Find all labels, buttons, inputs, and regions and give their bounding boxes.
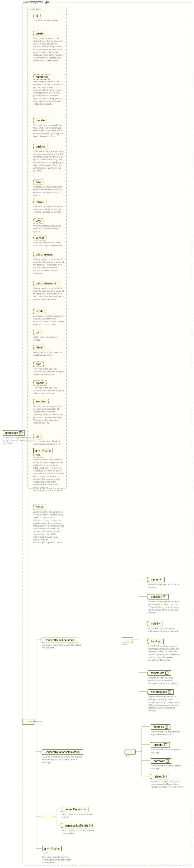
- element-narrower[interactable]: narrowerAn identifier of a more specific…: [151, 758, 185, 770]
- node-annotation: A natural language name for the concept.: [149, 583, 182, 589]
- node-label: note: [151, 622, 156, 625]
- group-annotation: A group of properties required to define…: [42, 644, 84, 649]
- attr-name: howuri: [33, 199, 46, 204]
- node-annotation: Represents the position of a concept in …: [149, 695, 182, 712]
- expand-icon[interactable]: [158, 640, 161, 643]
- any-label: any: [44, 847, 48, 850]
- node-label: broader: [154, 743, 163, 746]
- attr-name: literal: [33, 345, 45, 350]
- element-remoteInfo[interactable]: remoteInfoA link to an item or a web res…: [149, 670, 182, 685]
- node-tab: [61, 823, 63, 828]
- attr-how[interactable]: howIndicates by which means the value wa…: [33, 179, 64, 197]
- node-label: related: [154, 775, 162, 778]
- expand-icon[interactable]: [163, 595, 166, 598]
- node-label: organisationDetails: [65, 824, 88, 827]
- rel-sequence-compositor: [125, 749, 136, 755]
- group-label: ConceptRelationshipsGroup: [45, 750, 79, 754]
- node-tab: [61, 807, 63, 811]
- attr-roleuri[interactable]: roleuriA refinement of the semantics of …: [33, 504, 64, 544]
- expand-icon[interactable]: [164, 743, 167, 746]
- group-body: ConceptDefinitionGroup: [42, 638, 78, 643]
- group-concept-relationships[interactable]: ConceptRelationshipsGroup A group of pro…: [42, 749, 84, 764]
- element-hierarchyInfo[interactable]: hierarchyInfoRepresents the position of …: [149, 689, 182, 712]
- node-label: name: [151, 578, 158, 581]
- attr-modified[interactable]: modifiedThe date (and, optionally, the t…: [33, 118, 64, 138]
- element-personDetails[interactable]: personDetails A set of properties specif…: [62, 806, 96, 818]
- node-body: personDetails: [62, 807, 88, 812]
- element-related[interactable]: relatedA related concept, where the rela…: [151, 774, 185, 788]
- expand-icon[interactable]: [168, 690, 171, 693]
- attr-literal[interactable]: literalA concept identifier expressed as…: [33, 344, 64, 356]
- node-tab: [150, 725, 152, 729]
- expand-icon[interactable]: [165, 672, 168, 675]
- attr-qcode[interactable]: qcodeA concept identifier expressed as a…: [33, 308, 64, 326]
- any-other-label: ##other: [41, 449, 51, 452]
- node-label: remoteInfo: [151, 672, 164, 675]
- extension-range: 0..∞: [44, 851, 48, 854]
- node-label: hierarchyInfo: [151, 690, 167, 693]
- expand-icon[interactable]: [157, 622, 160, 625]
- attr-annotation: A refinement of the semantics of the pro…: [33, 458, 64, 492]
- attr-xml:lang[interactable]: xml:langSpecifies the language of this p…: [33, 399, 64, 425]
- attr-whyuri[interactable]: whyuriWhy the metadata has been included…: [33, 235, 64, 247]
- node-body: remoteInfo: [149, 671, 171, 676]
- element-definition[interactable]: definitionA natural language definition …: [149, 594, 182, 614]
- node-label: personDetails: [65, 808, 82, 811]
- attr-id[interactable]: idThe local identifier of the: [33, 13, 58, 22]
- attr-pubconstraint[interactable]: pubconstraintOne or many constraints tha…: [33, 252, 64, 275]
- node-label: definition: [151, 595, 162, 598]
- node-tab: [150, 743, 152, 747]
- element-sameAs[interactable]: sameAsAn identifier of a concept with eq…: [151, 724, 185, 736]
- attr-name: roleuri: [33, 504, 46, 510]
- expand-icon[interactable]: [165, 725, 168, 728]
- attr-howuri[interactable]: howuriIndicates by which means the value…: [33, 199, 64, 213]
- node-body: hierarchyInfo: [149, 689, 174, 694]
- element-name[interactable]: nameA natural language name for the conc…: [149, 577, 182, 589]
- attr-annotation: A refinement of the semantics of the pro…: [33, 511, 64, 544]
- expand-icon[interactable]: [166, 760, 169, 763]
- expand-icon[interactable]: [83, 808, 86, 811]
- attr-dir[interactable]: dirThe directionality of textual content…: [33, 434, 64, 445]
- extension-any-other: any ##other: [42, 846, 62, 851]
- def-range: 0..∞: [123, 643, 128, 645]
- expand-icon[interactable]: [159, 578, 162, 581]
- expand-icon[interactable]: [90, 824, 93, 827]
- collapse-icon[interactable]: [19, 431, 22, 434]
- node-body: related: [151, 774, 169, 779]
- attr-annotation: Indicates by which means the value was e…: [33, 186, 64, 197]
- attr-name: typeuri: [33, 380, 47, 386]
- attr-name: id: [33, 13, 40, 19]
- attr-custom[interactable]: customIf set to true the corresponding p…: [33, 144, 64, 172]
- node-body: organisationDetails: [62, 823, 95, 828]
- any-label: any: [35, 449, 40, 452]
- attr-type[interactable]: typeThe type of the concept assigned as …: [33, 361, 64, 376]
- node-annotation: An identifier of a more generic concept: [151, 748, 185, 754]
- node-tab: [147, 621, 149, 626]
- type-title: Flex1PartyPropType: [23, 1, 50, 4]
- attr-why[interactable]: whyWhy the metadata has been included - …: [33, 218, 64, 233]
- node-annotation: An identifier of a concept with equivale…: [151, 731, 185, 736]
- attr-annotation: Why the metadata has been included - exp…: [33, 241, 64, 247]
- group-concept-definition[interactable]: ConceptDefinitionGroup A group of proper…: [42, 637, 84, 649]
- element-organisationDetails[interactable]: organisationDetails A set of properties …: [62, 823, 96, 835]
- node-body: facet: [149, 639, 164, 644]
- attr-role[interactable]: roleA refinement of the semantics of the…: [33, 452, 64, 492]
- attributes-label: attributes: [30, 8, 41, 11]
- expand-icon[interactable]: [163, 775, 166, 778]
- attr-pubconstrainturi[interactable]: pubconstrainturiOne or many constraints …: [33, 281, 64, 301]
- attr-name: qcode: [33, 309, 46, 314]
- attr-creator[interactable]: creatorIf the property value is not defi…: [33, 31, 64, 62]
- attr-name: type: [33, 362, 44, 367]
- node-tab: [150, 774, 152, 779]
- node-body: note: [149, 621, 163, 626]
- element-facet[interactable]: facetIn NAR 1.8 and later, facet is depr…: [149, 639, 182, 661]
- element-note[interactable]: noteAdditional natural language informat…: [149, 621, 182, 632]
- element-broader[interactable]: broaderAn identifier of a more generic c…: [151, 742, 185, 754]
- attr-typeuri[interactable]: typeuriThe type of the concept assigned …: [33, 380, 64, 395]
- node-label: sameAs: [154, 725, 164, 728]
- attr-creatoruri[interactable]: creatoruriIf the property value is not d…: [33, 74, 64, 105]
- attr-uri[interactable]: uriA URI which identifies a concept: [33, 330, 64, 341]
- attr-annotation: Why the metadata has been included - exp…: [33, 225, 64, 233]
- extension-annotation: Extension point for provider-defined pro…: [42, 856, 73, 864]
- attr-annotation: The type of the concept assigned as cont…: [33, 386, 64, 395]
